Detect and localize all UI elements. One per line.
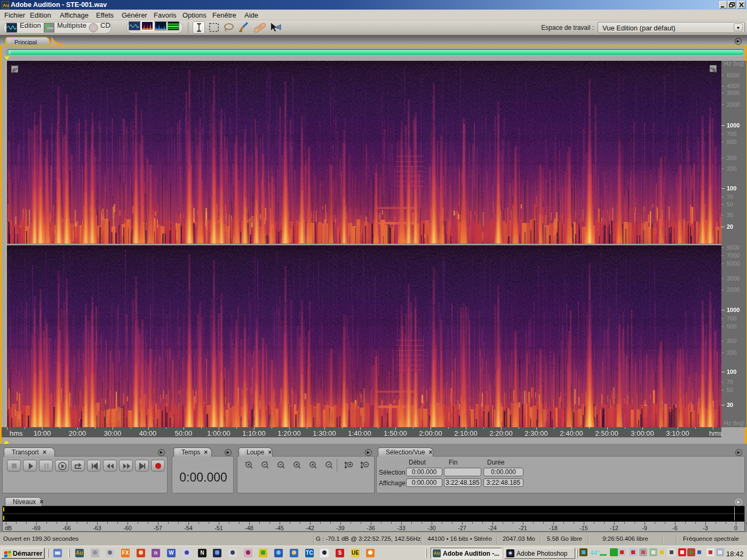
svg-text:Au: Au xyxy=(3,3,9,8)
